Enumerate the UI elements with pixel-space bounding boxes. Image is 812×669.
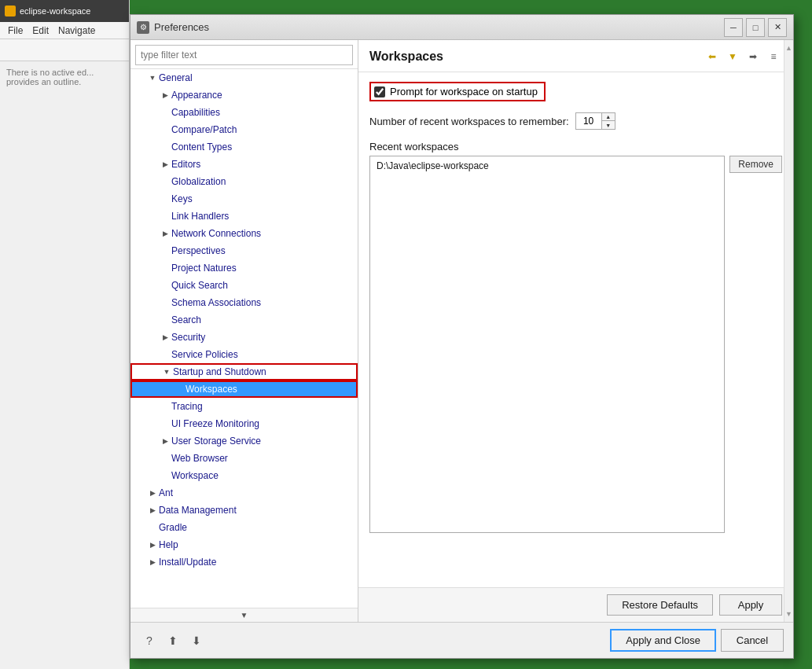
eclipse-background: eclipse-workspace File Edit Navigate The… — [0, 0, 130, 669]
spinner-input[interactable] — [576, 116, 601, 127]
forward-icon-btn[interactable]: ➡ — [744, 48, 762, 65]
apply-button[interactable]: Apply — [719, 594, 782, 616]
expand-icon: ▶ — [146, 487, 159, 499]
tree-item-service-policies[interactable]: ▶ Service Policies — [130, 346, 358, 363]
import-icon-btn[interactable]: ⬆ — [164, 631, 182, 650]
workspace-list-actions: Remove — [729, 156, 782, 173]
workspace-list-item[interactable]: D:\Java\eclipse-workspace — [372, 158, 722, 174]
tree-item-startup-shutdown[interactable]: ▼ Startup and Shutdown — [130, 363, 358, 380]
collapse-icon: ▼ — [146, 72, 159, 84]
expand-icon: ▶ — [159, 331, 171, 344]
tree-item-capabilities[interactable]: ▶ Capabilities — [130, 104, 358, 121]
tree-label: Perspectives — [171, 245, 226, 256]
cancel-button[interactable]: Cancel — [721, 629, 784, 652]
eclipse-icon — [5, 6, 16, 17]
tree-scroll[interactable]: ▼ General ▶ Appearance ▶ Capabilities ▶ … — [130, 69, 358, 608]
right-scrollbar[interactable]: ▲ ▼ — [784, 40, 793, 622]
spinner-down[interactable]: ▼ — [602, 121, 615, 129]
tree-label: Quick Search — [171, 280, 228, 291]
tree-item-web-browser[interactable]: ▶ Web Browser — [130, 450, 358, 467]
tree-item-appearance[interactable]: ▶ Appearance — [130, 86, 358, 104]
tree-item-schema[interactable]: ▶ Schema Associations — [130, 294, 358, 311]
tree-item-compare[interactable]: ▶ Compare/Patch — [130, 121, 358, 138]
tree-item-quick-search[interactable]: ▶ Quick Search — [130, 277, 358, 294]
tree-item-ui-freeze[interactable]: ▶ UI Freeze Monitoring — [130, 415, 358, 432]
export-icon-btn[interactable]: ⬇ — [187, 631, 206, 650]
tree-label: Schema Associations — [171, 297, 261, 308]
expand-icon: ▶ — [146, 556, 159, 568]
expand-icon: ▶ — [159, 227, 171, 240]
tree-item-workspace[interactable]: ▶ Workspace — [130, 467, 358, 484]
tree-item-gradle[interactable]: ▶ Gradle — [130, 519, 358, 536]
tree-label: Help — [159, 539, 178, 550]
spinner-up[interactable]: ▲ — [602, 113, 615, 121]
tree-label: General — [159, 72, 193, 83]
tree-item-install-update[interactable]: ▶ Install/Update — [130, 553, 358, 571]
tree-item-workspaces[interactable]: ▶ Workspaces — [130, 380, 358, 398]
tree-item-tracing[interactable]: ▶ Tracing — [130, 398, 358, 415]
tree-item-data-management[interactable]: ▶ Data Management — [130, 502, 358, 519]
maximize-button[interactable]: □ — [746, 18, 765, 37]
tree-label: Network Connections — [171, 228, 261, 239]
tree-label: Editors — [171, 159, 200, 170]
tree-panel: ▼ General ▶ Appearance ▶ Capabilities ▶ … — [130, 40, 358, 622]
menu-file[interactable]: File — [3, 25, 28, 36]
tree-item-link-handlers[interactable]: ▶ Link Handlers — [130, 208, 358, 225]
tree-label: Data Management — [159, 505, 237, 516]
recent-workspaces-section: Recent workspaces D:\Java\eclipse-worksp… — [369, 141, 782, 533]
remove-button[interactable]: Remove — [729, 156, 782, 173]
restore-defaults-button[interactable]: Restore Defaults — [607, 594, 713, 616]
help-icon-btn[interactable]: ? — [140, 631, 159, 650]
tree-item-general[interactable]: ▼ General — [130, 69, 358, 86]
eclipse-titlebar: eclipse-workspace — [0, 0, 129, 22]
tree-item-security[interactable]: ▶ Security — [130, 329, 358, 346]
tree-item-perspectives[interactable]: ▶ Perspectives — [130, 242, 358, 259]
tree-item-keys[interactable]: ▶ Keys — [130, 190, 358, 208]
dialog-title-icon: ⚙ — [137, 21, 149, 34]
expand-icon: ▶ — [146, 504, 159, 516]
tree-label: Install/Update — [159, 557, 216, 568]
apply-and-close-button[interactable]: Apply and Close — [610, 629, 716, 652]
tree-item-globalization[interactable]: ▶ Globalization — [130, 173, 358, 190]
dropdown-icon-btn[interactable]: ▼ — [724, 48, 741, 65]
tree-label: User Storage Service — [171, 436, 261, 447]
tree-label: Link Handlers — [171, 211, 229, 222]
menu-icon-btn[interactable]: ≡ — [765, 48, 782, 65]
tree-label: Appearance — [171, 90, 222, 101]
tree-label: Tracing — [171, 401, 203, 412]
recent-count-label: Number of recent workspaces to remember: — [369, 116, 569, 127]
minimize-button[interactable]: ─ — [724, 18, 743, 37]
collapse-icon: ▼ — [160, 366, 173, 378]
tree-item-help[interactable]: ▶ Help — [130, 536, 358, 553]
filter-input-container — [130, 40, 358, 69]
scroll-down-btn[interactable]: ▼ — [784, 606, 793, 622]
tree-item-editors[interactable]: ▶ Editors — [130, 156, 358, 173]
footer-action-buttons: Apply and Close Cancel — [610, 629, 784, 652]
filter-input[interactable] — [135, 45, 353, 65]
menu-navigate[interactable]: Navigate — [53, 25, 100, 36]
eclipse-toolbar — [0, 39, 129, 61]
expand-icon: ▶ — [159, 158, 171, 171]
tree-label: Search — [171, 314, 201, 325]
tree-scroll-down[interactable]: ▼ — [130, 608, 358, 622]
prompt-checkbox-section: Prompt for workspace on startup — [369, 82, 782, 101]
preferences-dialog: ⚙ Preferences ─ □ ✕ ▼ General — [130, 14, 794, 659]
recent-count-spinner[interactable]: ▲ ▼ — [575, 112, 615, 130]
tree-item-search[interactable]: ▶ Search — [130, 311, 358, 329]
back-icon-btn[interactable]: ⬅ — [704, 48, 721, 65]
scroll-up-btn[interactable]: ▲ — [784, 40, 793, 56]
prompt-checkbox[interactable] — [374, 86, 385, 97]
recent-count-row: Number of recent workspaces to remember:… — [369, 112, 782, 130]
expand-icon: ▶ — [146, 539, 159, 551]
close-button[interactable]: ✕ — [768, 18, 787, 37]
restore-apply-row: Restore Defaults Apply — [358, 587, 793, 622]
tree-item-user-storage[interactable]: ▶ User Storage Service — [130, 432, 358, 450]
tree-item-ant[interactable]: ▶ Ant — [130, 484, 358, 502]
prompt-checkbox-label[interactable]: Prompt for workspace on startup — [369, 82, 546, 101]
dialog-window-controls: ─ □ ✕ — [724, 18, 787, 37]
menu-edit[interactable]: Edit — [28, 25, 53, 36]
tree-item-content-types[interactable]: ▶ Content Types — [130, 138, 358, 156]
tree-item-network[interactable]: ▶ Network Connections — [130, 225, 358, 242]
tree-item-project-natures[interactable]: ▶ Project Natures — [130, 259, 358, 277]
workspace-list[interactable]: D:\Java\eclipse-workspace — [369, 156, 725, 533]
